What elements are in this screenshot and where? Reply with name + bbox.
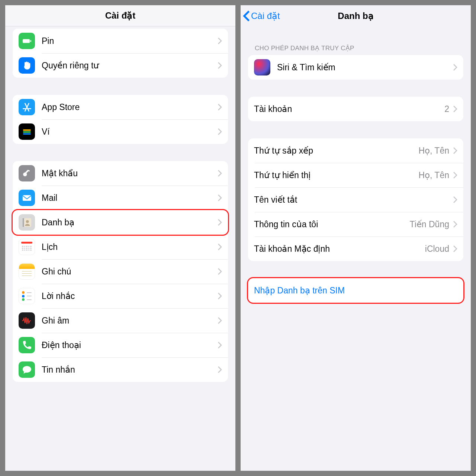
- row-value: Họ, Tên: [418, 146, 449, 156]
- chevron-right-icon: [453, 196, 457, 203]
- messages-icon: [19, 361, 35, 378]
- row-value: iCloud: [425, 244, 449, 254]
- row-label: Tên viết tắt: [254, 195, 453, 205]
- group-import: Nhập Danh bạ trên SIM: [248, 278, 463, 303]
- row-label: Quyền riêng tư: [42, 61, 218, 71]
- chevron-right-icon: [218, 243, 222, 251]
- group-siri: Siri & Tìm kiếm: [248, 55, 463, 80]
- section-header: CHO PHÉP DANH BẠ TRUY CẬP: [248, 44, 463, 55]
- chevron-right-icon: [453, 245, 457, 253]
- row-battery[interactable]: Pin: [13, 29, 228, 53]
- row-label: App Store: [42, 102, 218, 112]
- chevron-right-icon: [218, 37, 222, 45]
- row-label: Tài khoản: [254, 104, 444, 114]
- row-label: Siri & Tìm kiếm: [277, 62, 453, 73]
- row-mail[interactable]: Mail: [13, 186, 228, 210]
- key-icon: [19, 165, 35, 181]
- svg-rect-8: [22, 195, 31, 200]
- group-general: Pin Quyền riêng tư: [13, 29, 228, 78]
- row-reminders[interactable]: Lời nhắc: [13, 284, 228, 308]
- left-navbar: Cài đặt: [5, 5, 235, 26]
- svg-rect-0: [22, 39, 29, 43]
- mail-icon: [19, 190, 35, 206]
- calendar-icon: [19, 239, 35, 255]
- row-label: Lịch: [42, 242, 218, 252]
- battery-icon: [19, 33, 35, 49]
- row-label: Mật khẩu: [42, 168, 218, 178]
- row-label: Danh bạ: [42, 218, 218, 228]
- row-label: Lời nhắc: [42, 291, 218, 301]
- wallet-icon: [19, 123, 35, 140]
- svg-rect-9: [22, 218, 24, 226]
- chevron-right-icon: [218, 317, 222, 324]
- row-wallet[interactable]: Ví: [13, 119, 228, 144]
- group-store: App Store Ví: [13, 95, 228, 144]
- left-title: Cài đặt: [105, 10, 136, 21]
- left-content[interactable]: Pin Quyền riêng tư App Store: [5, 26, 235, 471]
- row-phone[interactable]: Điện thoại: [13, 333, 228, 357]
- svg-rect-6: [25, 170, 29, 174]
- chevron-right-icon: [453, 64, 457, 71]
- row-value: Họ, Tên: [418, 170, 449, 180]
- row-label: Thứ tự sắp xếp: [254, 146, 418, 156]
- row-label: Nhập Danh bạ trên SIM: [254, 286, 457, 296]
- row-label: Thông tin của tôi: [254, 219, 410, 229]
- row-myinfo[interactable]: Thông tin của tôi Tiến Dũng: [248, 212, 463, 237]
- siri-icon: [254, 59, 270, 75]
- row-privacy[interactable]: Quyền riêng tư: [13, 53, 228, 78]
- chevron-right-icon: [218, 292, 222, 300]
- row-label: Điện thoại: [42, 340, 218, 350]
- row-default[interactable]: Tài khoản Mặc định iCloud: [248, 237, 463, 261]
- group-accounts: Tài khoản 2: [248, 97, 463, 121]
- back-label: Cài đặt: [251, 11, 280, 21]
- notes-icon: [19, 263, 35, 280]
- row-value: 2: [444, 104, 449, 114]
- svg-rect-3: [23, 131, 31, 133]
- right-navbar: Cài đặt Danh bạ: [241, 5, 471, 26]
- row-notes[interactable]: Ghi chú: [13, 259, 228, 284]
- chevron-right-icon: [218, 103, 222, 111]
- row-label: Tin nhắn: [42, 365, 218, 375]
- right-title: Danh bạ: [338, 11, 373, 21]
- appstore-icon: [19, 99, 35, 115]
- chevron-right-icon: [218, 219, 222, 226]
- group-apps: Mật khẩu Mail Danh bạ: [13, 161, 228, 382]
- chevron-right-icon: [453, 221, 457, 228]
- settings-screen: Cài đặt Pin Quyền riêng tư: [5, 5, 235, 471]
- group-display: Thứ tự sắp xếp Họ, Tên Thứ tự hiển thị H…: [248, 138, 463, 261]
- contacts-settings-screen: Cài đặt Danh bạ CHO PHÉP DANH BẠ TRUY CẬ…: [241, 5, 471, 471]
- row-siri[interactable]: Siri & Tìm kiếm: [248, 55, 463, 80]
- row-contacts[interactable]: Danh bạ: [13, 210, 228, 235]
- chevron-right-icon: [218, 194, 222, 202]
- row-passwords[interactable]: Mật khẩu: [13, 161, 228, 186]
- row-import-sim[interactable]: Nhập Danh bạ trên SIM: [248, 278, 463, 303]
- chevron-right-icon: [453, 147, 457, 154]
- reminders-icon: [19, 288, 35, 304]
- hand-icon: [19, 57, 35, 74]
- row-label: Ghi chú: [42, 267, 218, 277]
- row-value: Tiến Dũng: [410, 219, 449, 229]
- row-label: Mail: [42, 193, 218, 203]
- chevron-right-icon: [453, 105, 457, 113]
- chevron-right-icon: [218, 128, 222, 135]
- row-accounts[interactable]: Tài khoản 2: [248, 97, 463, 121]
- row-messages[interactable]: Tin nhắn: [13, 357, 228, 382]
- row-label: Pin: [42, 36, 218, 46]
- phone-icon: [19, 337, 35, 353]
- row-appstore[interactable]: App Store: [13, 95, 228, 119]
- chevron-right-icon: [453, 171, 457, 179]
- right-content[interactable]: CHO PHÉP DANH BẠ TRUY CẬP Siri & Tìm kiế…: [241, 26, 471, 471]
- row-voice[interactable]: Ghi âm: [13, 308, 228, 333]
- row-display[interactable]: Thứ tự hiển thị Họ, Tên: [248, 163, 463, 187]
- svg-rect-4: [23, 133, 31, 135]
- row-short[interactable]: Tên viết tắt: [248, 187, 463, 212]
- row-label: Thứ tự hiển thị: [254, 170, 418, 180]
- row-label: Ví: [42, 127, 218, 137]
- svg-rect-1: [30, 40, 31, 42]
- chevron-right-icon: [218, 366, 222, 373]
- back-button[interactable]: Cài đặt: [243, 5, 280, 26]
- row-sort[interactable]: Thứ tự sắp xếp Họ, Tên: [248, 138, 463, 163]
- svg-point-11: [26, 220, 29, 223]
- row-calendar[interactable]: Lịch: [13, 235, 228, 259]
- chevron-right-icon: [218, 170, 222, 177]
